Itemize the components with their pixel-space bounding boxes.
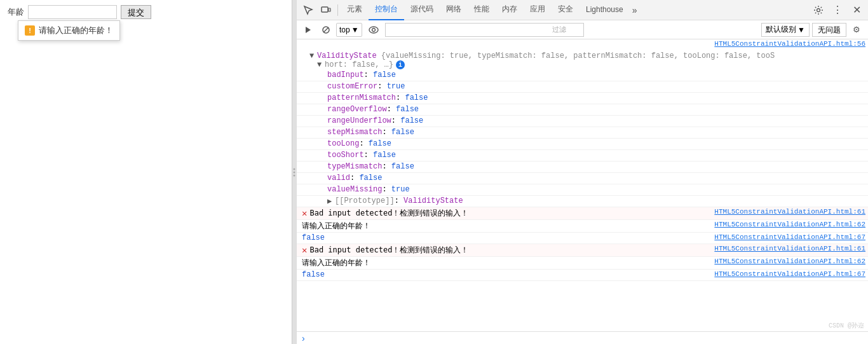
console-line: badInput: false [297, 70, 868, 81]
tab-elements[interactable]: 元素 [341, 0, 369, 20]
console-line-error: ✕ Bad input detected！检测到错误的输入！ HTML5Cons… [297, 207, 868, 220]
console-line: valid: false [297, 173, 868, 184]
object-subtext: ▼ hort: false, …} i [309, 60, 405, 69]
context-dropdown[interactable]: top ▼ [336, 23, 362, 37]
tab-application[interactable]: 应用 [524, 0, 552, 20]
prop-key: tooShort: false [327, 151, 396, 160]
source-link[interactable]: HTML5ConstraintValidationAPI.html:67 [714, 270, 865, 278]
prop-key: stepMismatch: false [327, 128, 414, 137]
svg-point-10 [372, 28, 375, 31]
console-line: rangeUnderflow: false [297, 116, 868, 127]
console-line-error: ✕ Bad input detected！检测到错误的输入！ HTML5Cons… [297, 244, 868, 257]
svg-point-2 [294, 174, 295, 176]
console-input-bar: › [297, 331, 868, 344]
console-output: HTML5ConstraintValidationAPI.html:56 ▼ V… [297, 39, 868, 331]
expand-sub-icon[interactable]: ▼ [317, 60, 323, 69]
tab-security[interactable]: 安全 [552, 0, 580, 20]
device-toggle-button[interactable] [317, 1, 335, 19]
console-line-bool: false HTML5ConstraintValidationAPI.html:… [297, 270, 868, 281]
source-link[interactable]: HTML5ConstraintValidationAPI.html:62 [714, 221, 865, 228]
filter-input[interactable] [385, 23, 584, 37]
error-icon: ✕ [302, 208, 307, 219]
left-panel: 年龄 提交 ! 请输入正确的年龄！ [0, 0, 292, 344]
toolbar-separator [337, 4, 338, 16]
svg-rect-4 [329, 8, 330, 11]
console-line: stepMismatch: false [297, 127, 868, 139]
svg-point-1 [294, 171, 295, 173]
console-line-bool: false HTML5ConstraintValidationAPI.html:… [297, 233, 868, 244]
prompt-icon: › [302, 333, 305, 343]
prop-key: valueMissing: true [327, 185, 410, 194]
error-icon: ✕ [302, 245, 307, 256]
source-link[interactable]: HTML5ConstraintValidationAPI.html:62 [714, 258, 865, 265]
dropdown-arrow-icon: ▼ [351, 25, 359, 34]
prop-key: patternMismatch: false [327, 93, 428, 102]
svg-point-0 [294, 168, 295, 170]
no-issue-button[interactable]: 无问题 [812, 23, 846, 37]
console-line: rangeOverflow: false [297, 104, 868, 116]
tab-network[interactable]: 网络 [440, 0, 468, 20]
expand-icon[interactable]: ▼ [309, 52, 316, 60]
console-settings-button[interactable]: ⚙ [849, 22, 864, 38]
devtools-secondary-toolbar: top ▼ 过滤 默认级别 ▼ 无问题 ⚙ [297, 20, 868, 39]
tab-console[interactable]: 控制台 [369, 0, 404, 20]
devtools-panel: 元素 控制台 源代码 网络 性能 内存 应用 安全 Lighthouse » ⋮… [296, 0, 868, 344]
svg-line-8 [323, 27, 329, 32]
console-text: 请输入正确的年龄！ [302, 221, 709, 231]
age-input[interactable] [28, 5, 117, 19]
tab-sources[interactable]: 源代码 [404, 0, 440, 20]
close-devtools-button[interactable]: ✕ [848, 1, 865, 19]
source-link[interactable]: HTML5ConstraintValidationAPI.html:61 [714, 208, 865, 216]
submit-button[interactable]: 提交 [121, 5, 151, 19]
more-tabs-button[interactable]: » [630, 5, 640, 15]
console-text: 请输入正确的年龄！ [302, 258, 709, 268]
prototype-text: [[Prototype]]: ValidityState [335, 196, 463, 205]
log-level-dropdown[interactable]: 默认级别 ▼ [761, 23, 810, 37]
kebab-menu-button[interactable]: ⋮ [829, 1, 846, 19]
console-line: tooShort: false [297, 150, 868, 162]
validation-tooltip: ! 请输入正确的年龄！ [18, 20, 120, 41]
no-issue-label: 无问题 [818, 25, 841, 34]
error-text: Bad input detected！检测到错误的输入！ [309, 208, 709, 219]
source-link[interactable]: HTML5ConstraintValidationAPI.html:61 [714, 245, 865, 252]
info-icon[interactable]: i [396, 60, 405, 69]
console-line: tooLong: false [297, 139, 868, 150]
log-level-arrow-icon: ▼ [797, 25, 805, 34]
eye-button[interactable] [365, 22, 383, 38]
source-link[interactable]: HTML5ConstraintValidationAPI.html:56 [714, 40, 865, 48]
tab-performance[interactable]: 性能 [468, 0, 496, 20]
prop-key: tooLong: false [327, 139, 391, 148]
console-line: patternMismatch: false [297, 93, 868, 104]
prop-key: typeMismatch: false [327, 162, 414, 171]
warning-icon: ! [25, 25, 35, 36]
prop-key: valid: false [327, 174, 382, 182]
console-line: ▶ [[Prototype]]: ValidityState [297, 196, 868, 207]
tooltip-text: 请输入正确的年龄！ [39, 25, 113, 36]
prop-key: rangeUnderflow: false [327, 116, 423, 125]
bool-value: false [302, 270, 709, 279]
console-line-text: 请输入正确的年龄！ HTML5ConstraintValidationAPI.h… [297, 220, 868, 233]
source-link[interactable]: HTML5ConstraintValidationAPI.html:67 [714, 233, 865, 241]
tab-lighthouse[interactable]: Lighthouse [580, 0, 630, 20]
inspect-icon-button[interactable] [299, 1, 317, 19]
tab-memory[interactable]: 内存 [496, 0, 524, 20]
clear-button[interactable] [318, 22, 334, 38]
expand-prototype-icon[interactable]: ▶ [327, 196, 334, 206]
settings-button[interactable] [810, 1, 827, 19]
run-button[interactable] [301, 22, 316, 38]
age-label: 年龄 [8, 6, 24, 18]
toolbar-right-buttons: ⋮ ✕ [810, 1, 865, 19]
prop-key: rangeOverflow: false [327, 105, 419, 114]
prop-key: badInput: false [327, 71, 396, 79]
console-line-text: 请输入正确的年龄！ HTML5ConstraintValidationAPI.h… [297, 257, 868, 270]
console-line: HTML5ConstraintValidationAPI.html:56 [297, 39, 868, 51]
svg-marker-6 [306, 27, 311, 33]
svg-rect-3 [322, 7, 328, 12]
console-line: ▼ ValidityState {valueMissing: true, typ… [297, 51, 868, 70]
console-line: customError: true [297, 81, 868, 93]
log-level-label: 默认级别 [766, 24, 796, 35]
devtools-top-toolbar: 元素 控制台 源代码 网络 性能 内存 应用 安全 Lighthouse » ⋮… [297, 0, 868, 20]
svg-point-5 [817, 8, 820, 11]
context-dropdown-value: top [339, 25, 350, 34]
object-text: ValidityState {valueMissing: true, typeM… [317, 52, 775, 60]
